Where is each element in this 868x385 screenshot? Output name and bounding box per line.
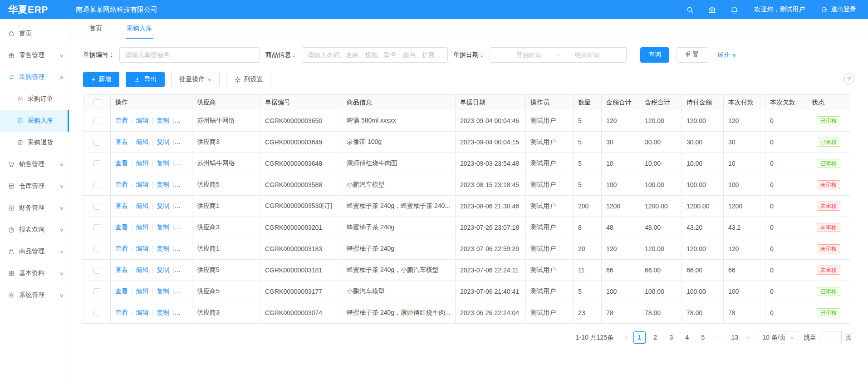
- row-checkbox[interactable]: [93, 139, 100, 146]
- row-checkbox[interactable]: [93, 224, 100, 231]
- expand-filters-link[interactable]: 展开 ∨: [717, 51, 736, 59]
- sidebar-item-purchase-return[interactable]: 采购退货: [0, 132, 69, 153]
- copy-link[interactable]: 复制: [157, 138, 169, 145]
- tab-home[interactable]: 首页: [88, 19, 103, 39]
- operator-cell: 测试用户: [526, 238, 574, 260]
- download-icon: [134, 76, 141, 83]
- date-start-input[interactable]: [504, 51, 554, 59]
- edit-link[interactable]: 编辑: [136, 223, 149, 231]
- edit-link[interactable]: 编辑: [136, 159, 149, 167]
- copy-link[interactable]: 复制: [157, 159, 169, 167]
- home-icon: [8, 30, 15, 37]
- sidebar-menu: 首页 零售管理 采购管理 采购订单: [0, 19, 69, 385]
- filter-bar: 单据编号： 商品信息： 单据日期： ~ 查询 重置: [83, 47, 858, 63]
- view-link[interactable]: 查看: [115, 287, 128, 295]
- view-link[interactable]: 查看: [115, 202, 128, 209]
- copy-link[interactable]: 复制: [157, 181, 169, 188]
- logout-button[interactable]: 退出登录: [820, 5, 856, 14]
- logout-label: 退出登录: [831, 5, 856, 14]
- row-checkbox[interactable]: [93, 160, 100, 167]
- edit-link[interactable]: 编辑: [136, 266, 149, 273]
- copy-link[interactable]: 复制: [157, 223, 169, 231]
- tab-purchase-inbound[interactable]: 采购入库: [126, 19, 153, 39]
- edit-link[interactable]: 编辑: [136, 245, 149, 252]
- goods-info-input[interactable]: [302, 47, 448, 63]
- row-checkbox[interactable]: [93, 310, 100, 316]
- edit-link[interactable]: 编辑: [136, 202, 149, 209]
- sidebar-item-reports[interactable]: 报表查询: [0, 219, 69, 241]
- page-number-button[interactable]: 1: [633, 331, 646, 344]
- page-number-button[interactable]: 4: [681, 331, 693, 344]
- edit-link[interactable]: 编辑: [136, 138, 149, 145]
- search-button[interactable]: 查询: [640, 47, 669, 63]
- bell-icon[interactable]: [730, 5, 739, 14]
- status-cell: 未审核: [807, 196, 850, 217]
- prev-page-button[interactable]: <: [621, 334, 632, 341]
- sidebar-item-purchase-inbound[interactable]: 采购入库: [0, 110, 69, 132]
- date-range-picker[interactable]: ~: [490, 47, 627, 63]
- sidebar-item-goods[interactable]: 商品管理: [0, 241, 69, 262]
- quantity-cell: 5: [574, 153, 602, 174]
- copy-link[interactable]: 复制: [157, 287, 169, 295]
- select-all-checkbox[interactable]: [93, 99, 100, 106]
- row-checkbox[interactable]: [93, 288, 100, 295]
- reset-button[interactable]: 重置: [677, 47, 708, 63]
- chevron-icon: [59, 293, 64, 298]
- date-end-input[interactable]: [562, 51, 613, 59]
- page-number-button[interactable]: 13: [729, 331, 741, 344]
- page-number-button[interactable]: 2: [649, 331, 662, 344]
- view-link[interactable]: 查看: [115, 223, 128, 231]
- view-link[interactable]: 查看: [115, 138, 128, 145]
- bank-icon[interactable]: [708, 5, 716, 14]
- status-cell: 未审核: [807, 260, 850, 281]
- row-checkbox[interactable]: [93, 118, 100, 124]
- sidebar-item-warehouse[interactable]: 仓库管理: [0, 175, 69, 197]
- tab-label: 采购入库: [127, 25, 152, 33]
- search-icon[interactable]: [686, 5, 694, 14]
- due-amount-cell: 1200.00: [682, 196, 724, 217]
- row-checkbox[interactable]: [93, 182, 100, 188]
- row-checkbox[interactable]: [93, 267, 100, 274]
- action-separator: |: [131, 138, 133, 145]
- add-button[interactable]: + 新增: [83, 72, 119, 87]
- page-number-button[interactable]: ···: [713, 331, 725, 344]
- page-number-button[interactable]: 3: [665, 331, 677, 344]
- sidebar-item-system[interactable]: 系统管理: [0, 284, 69, 306]
- edit-link[interactable]: 编辑: [136, 181, 149, 188]
- edit-link[interactable]: 编辑: [136, 287, 149, 295]
- edit-link[interactable]: 编辑: [136, 117, 149, 124]
- export-button[interactable]: 导出: [126, 72, 165, 87]
- sidebar-item-purchase-order[interactable]: 采购订单: [0, 88, 69, 110]
- sidebar-item-sales[interactable]: 销售管理: [0, 153, 69, 175]
- paid-amount-cell: 120: [724, 238, 765, 260]
- copy-link[interactable]: 复制: [157, 266, 169, 273]
- edit-link[interactable]: 编辑: [136, 309, 149, 316]
- jump-to-input[interactable]: [820, 331, 842, 344]
- batch-actions-button[interactable]: 批量操作 ∨: [171, 72, 219, 87]
- view-link[interactable]: 查看: [115, 245, 128, 252]
- bill-no-input[interactable]: [119, 47, 260, 63]
- copy-link[interactable]: 复制: [157, 117, 169, 124]
- sidebar-item-retail[interactable]: 零售管理: [0, 44, 69, 66]
- column-settings-button[interactable]: 列设置: [226, 72, 271, 87]
- view-link[interactable]: 查看: [115, 266, 128, 273]
- view-link[interactable]: 查看: [115, 309, 128, 316]
- view-link[interactable]: 查看: [115, 181, 128, 188]
- paid-amount-cell: 10: [724, 153, 765, 174]
- help-button[interactable]: ?: [843, 74, 854, 84]
- row-checkbox[interactable]: [93, 246, 100, 252]
- action-separator: |: [172, 309, 174, 316]
- page-size-select[interactable]: 10 条/页 ∨: [758, 331, 798, 344]
- view-link[interactable]: 查看: [115, 159, 128, 167]
- sidebar-item-basic-data[interactable]: 基本资料: [0, 262, 69, 284]
- next-page-button[interactable]: >: [743, 334, 754, 341]
- sidebar-item-home[interactable]: 首页: [0, 23, 69, 44]
- sidebar-item-finance[interactable]: 财务管理: [0, 197, 69, 219]
- copy-link[interactable]: 复制: [157, 202, 169, 209]
- page-number-button[interactable]: 5: [697, 331, 709, 344]
- row-checkbox[interactable]: [93, 203, 100, 210]
- copy-link[interactable]: 复制: [157, 309, 169, 316]
- copy-link[interactable]: 复制: [157, 245, 169, 252]
- view-link[interactable]: 查看: [115, 117, 128, 124]
- sidebar-item-purchase[interactable]: 采购管理: [0, 66, 69, 88]
